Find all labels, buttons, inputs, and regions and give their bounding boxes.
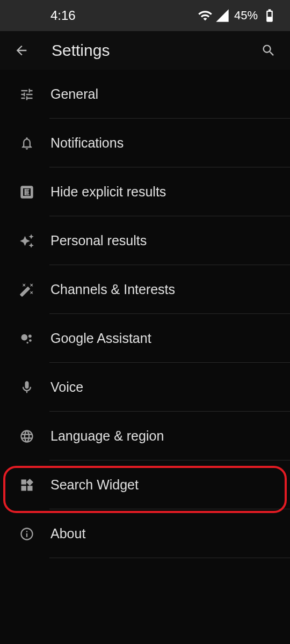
tune-icon — [17, 85, 37, 104]
list-item-general[interactable]: General — [0, 70, 290, 119]
svg-point-2 — [28, 334, 32, 338]
settings-list: General Notifications E Hide explicit re… — [0, 70, 290, 558]
sparkle-icon — [17, 231, 37, 251]
battery-percent: 45% — [234, 9, 258, 23]
svg-text:E: E — [24, 187, 30, 196]
list-item-voice[interactable]: Voice — [0, 363, 290, 412]
app-bar: Settings — [0, 31, 290, 70]
item-label: Channels & Interests — [50, 282, 175, 297]
svg-point-3 — [29, 339, 32, 342]
arrow-back-icon — [14, 43, 29, 58]
list-item-personal-results[interactable]: Personal results — [0, 216, 290, 265]
item-label: Notifications — [50, 135, 124, 151]
list-item-search-widget[interactable]: Search Widget — [0, 460, 290, 509]
mic-icon — [17, 378, 37, 397]
search-button[interactable] — [258, 40, 279, 61]
item-label: General — [50, 86, 98, 102]
svg-point-4 — [26, 341, 28, 343]
list-item-hide-explicit[interactable]: E Hide explicit results — [0, 167, 290, 216]
info-icon — [17, 524, 37, 544]
svg-point-1 — [21, 334, 28, 340]
list-item-channels-interests[interactable]: Channels & Interests — [0, 265, 290, 314]
wand-icon — [17, 280, 37, 299]
item-label: Personal results — [50, 233, 147, 248]
status-right: 45% — [198, 8, 277, 23]
search-icon — [261, 43, 276, 58]
bell-icon — [17, 134, 37, 153]
assistant-icon — [17, 329, 37, 348]
item-label: Voice — [50, 379, 83, 395]
cell-signal-icon — [215, 8, 230, 23]
item-label: Language & region — [50, 428, 164, 444]
status-time: 4:16 — [50, 8, 76, 23]
explicit-icon: E — [17, 182, 37, 202]
item-label: About — [50, 526, 85, 541]
list-item-notifications[interactable]: Notifications — [0, 119, 290, 167]
list-item-about[interactable]: About — [0, 509, 290, 558]
list-item-language-region[interactable]: Language & region — [0, 412, 290, 460]
item-label: Hide explicit results — [50, 184, 166, 200]
globe-icon — [17, 427, 37, 446]
wifi-icon — [198, 8, 213, 23]
page-title: Settings — [52, 41, 258, 60]
status-bar: 4:16 45% — [0, 0, 290, 31]
battery-icon — [262, 8, 277, 23]
item-label: Search Widget — [50, 477, 139, 493]
item-label: Google Assistant — [50, 331, 151, 346]
list-item-google-assistant[interactable]: Google Assistant — [0, 314, 290, 363]
widgets-icon — [17, 475, 37, 495]
back-button[interactable] — [11, 40, 32, 61]
